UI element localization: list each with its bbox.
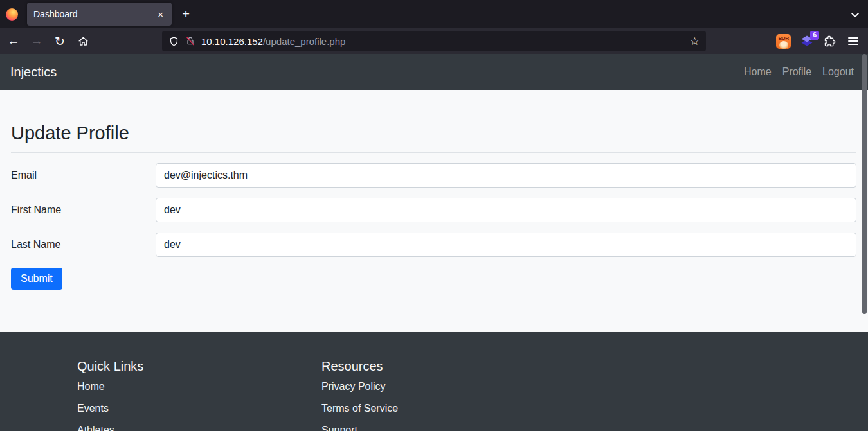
- menu-icon[interactable]: [844, 33, 862, 50]
- footer-link-list: Home Events Athletes: [77, 380, 143, 431]
- url-path: /update_profile.php: [263, 36, 345, 47]
- list-item: Home: [77, 380, 143, 393]
- nav-link-home[interactable]: Home: [744, 66, 772, 78]
- proxy-icon: BUR: [776, 34, 791, 49]
- url-text[interactable]: 10.10.126.152/update_profile.php: [201, 36, 345, 47]
- divider: [11, 152, 856, 153]
- main-content: Update Profile Email First Name Last Nam…: [0, 122, 868, 290]
- layers-extension-icon[interactable]: 6: [798, 33, 815, 50]
- footer-link-home[interactable]: Home: [77, 380, 143, 393]
- list-item: Privacy Policy: [321, 380, 398, 393]
- footer-link-athletes[interactable]: Athletes: [77, 424, 143, 431]
- back-button[interactable]: ←: [4, 32, 23, 50]
- update-profile-form: Email First Name Last Name Submit: [11, 163, 856, 290]
- footer-resources-column: Resources Privacy Policy Terms of Servic…: [321, 332, 398, 431]
- footer-link-list: Privacy Policy Terms of Service Support: [321, 380, 398, 431]
- forward-button[interactable]: →: [27, 32, 46, 50]
- site-navbar: Injectics Home Profile Logout: [0, 54, 868, 90]
- extension-badge: 6: [810, 31, 819, 40]
- new-tab-button[interactable]: +: [178, 6, 194, 22]
- page-viewport: Injectics Home Profile Logout Update Pro…: [0, 54, 868, 431]
- proxy-pattern-label: BUR: [776, 35, 791, 41]
- email-field[interactable]: [156, 163, 856, 188]
- list-item: Athletes: [77, 424, 143, 431]
- list-item: Events: [77, 402, 143, 415]
- last-name-label: Last Name: [11, 239, 156, 251]
- home-button[interactable]: [73, 32, 93, 50]
- page-title: Update Profile: [11, 122, 856, 144]
- foxyproxy-extension-icon[interactable]: BUR: [775, 33, 792, 50]
- nav-link-profile[interactable]: Profile: [782, 66, 811, 78]
- reload-button[interactable]: ↻: [50, 32, 69, 50]
- footer-link-terms-of-service[interactable]: Terms of Service: [321, 402, 398, 415]
- address-bar[interactable]: 10.10.126.152/update_profile.php ☆: [162, 31, 706, 51]
- list-item: Support: [321, 424, 398, 431]
- url-host: 10.10.126.152: [201, 36, 263, 47]
- browser-tab[interactable]: Dashboard ×: [27, 3, 172, 26]
- first-name-label: First Name: [11, 204, 156, 216]
- toolbar-extensions: BUR 6: [775, 28, 864, 54]
- first-name-field[interactable]: [156, 198, 856, 222]
- browser-tab-bar: Dashboard × +: [0, 0, 868, 28]
- last-name-field[interactable]: [156, 233, 856, 257]
- footer-link-support[interactable]: Support: [321, 424, 398, 431]
- footer-heading-quick-links: Quick Links: [77, 358, 143, 374]
- shield-icon[interactable]: [168, 36, 179, 47]
- nav-link-logout[interactable]: Logout: [822, 66, 854, 78]
- close-icon[interactable]: ×: [156, 9, 165, 20]
- footer-link-privacy-policy[interactable]: Privacy Policy: [321, 380, 398, 393]
- brand-link[interactable]: Injectics: [10, 65, 57, 80]
- chevron-down-icon[interactable]: [847, 7, 863, 22]
- footer-heading-resources: Resources: [321, 358, 398, 374]
- form-row-first-name: First Name: [11, 198, 856, 222]
- form-row-last-name: Last Name: [11, 233, 856, 257]
- email-label: Email: [11, 170, 156, 181]
- list-item: Terms of Service: [321, 402, 398, 415]
- navbar-links: Home Profile Logout: [744, 66, 854, 78]
- tab-title: Dashboard: [33, 9, 156, 19]
- scrollbar-thumb[interactable]: [862, 54, 867, 314]
- extensions-puzzle-icon[interactable]: [821, 33, 838, 50]
- firefox-icon[interactable]: [6, 8, 18, 21]
- submit-button[interactable]: Submit: [11, 268, 62, 290]
- form-row-email: Email: [11, 163, 856, 188]
- bookmark-star-icon[interactable]: ☆: [690, 35, 700, 48]
- footer-link-events[interactable]: Events: [77, 402, 143, 415]
- site-footer: Quick Links Home Events Athletes Resourc…: [0, 332, 868, 431]
- footer-quick-links-column: Quick Links Home Events Athletes: [77, 332, 143, 431]
- insecure-lock-icon[interactable]: [185, 36, 195, 46]
- fox-face-icon: [779, 41, 788, 49]
